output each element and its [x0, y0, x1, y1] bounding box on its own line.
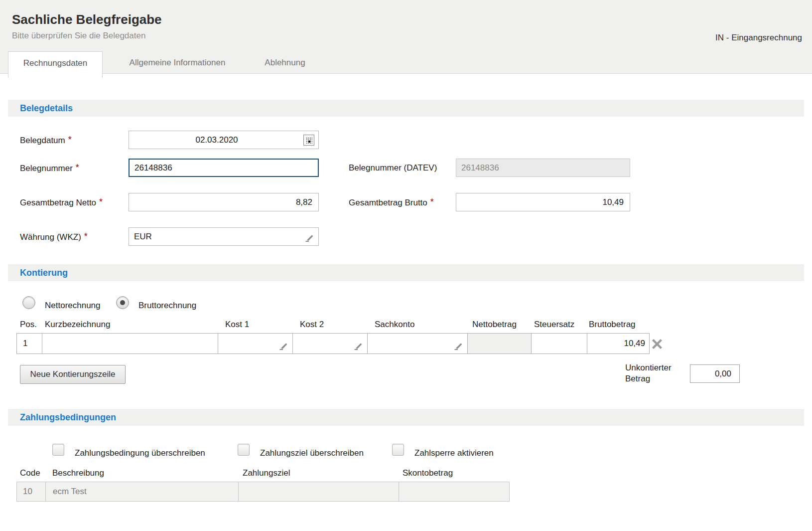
- zahlungsbedingung-ueberschreiben-label[interactable]: Zahlungsbedingung überschreiben: [75, 448, 205, 458]
- belegnummer-datev-label: Belegnummer (DATEV): [349, 163, 437, 173]
- delete-row-icon[interactable]: [651, 338, 664, 351]
- bruttobetrag-input[interactable]: [587, 334, 649, 354]
- section-kontierung: Kontierung: [8, 264, 804, 281]
- gesamtbetrag-brutto-label: Gesamtbetrag Brutto*: [349, 197, 434, 208]
- col-header-skontobetrag: Skontobetrag: [403, 468, 453, 478]
- nettobetrag-input: [468, 334, 531, 354]
- col-header-kost2: Kost 2: [300, 320, 324, 330]
- section-title-kontierung: Kontierung: [8, 264, 804, 281]
- pos-value: 1: [17, 334, 42, 354]
- invoice-approval-page: Sachliche Belegfreigabe Bitte überprüfen…: [0, 0, 812, 531]
- belegnummer-input[interactable]: [130, 160, 318, 176]
- kontierung-table-row: 1: [16, 333, 650, 354]
- steuersatz-input[interactable]: [532, 334, 587, 354]
- kurzbezeichnung-input[interactable]: [42, 334, 218, 354]
- waehrung-label: Währung (WKZ)*: [20, 232, 88, 242]
- zahlsperre-aktivieren-label[interactable]: Zahlsperre aktivieren: [414, 448, 494, 458]
- belegnummer-field: [129, 159, 319, 177]
- section-belegdetails: Belegdetails: [8, 100, 804, 117]
- tab-ablehnung[interactable]: Ablehnung: [252, 52, 318, 74]
- cell-code: 10: [17, 482, 46, 501]
- col-header-code: Code: [20, 468, 40, 478]
- cell-skontobetrag: [399, 482, 509, 501]
- col-header-zahlungsziel: Zahlungsziel: [243, 468, 290, 478]
- zahlsperre-aktivieren-checkbox[interactable]: [392, 444, 404, 456]
- col-header-kurzbezeichnung: Kurzbezeichnung: [45, 320, 110, 330]
- unkontierter-betrag-field: [690, 364, 740, 383]
- unkontierter-betrag-input: [690, 365, 739, 382]
- value-help-pencil-icon[interactable]: [354, 342, 363, 351]
- cell-beschreibung: ecm Test: [46, 482, 239, 501]
- gesamtbetrag-brutto-input[interactable]: [456, 193, 630, 211]
- gesamtbetrag-netto-field: [129, 193, 319, 211]
- cell-bruttobetrag: [587, 334, 649, 354]
- col-header-sachkonto: Sachkonto: [375, 320, 414, 330]
- waehrung-input[interactable]: [129, 228, 318, 245]
- value-help-pencil-icon[interactable]: [305, 234, 314, 242]
- belegdatum-input[interactable]: [129, 131, 318, 149]
- bruttorechnung-radio[interactable]: [116, 296, 129, 309]
- required-asterisk: *: [68, 135, 72, 145]
- zahlungsziel-ueberschreiben-label[interactable]: Zahlungsziel überschreiben: [260, 448, 364, 458]
- col-header-nettobetrag: Nettobetrag: [472, 320, 517, 330]
- cell-kurzbezeichnung: [42, 334, 218, 354]
- belegnummer-datev-field: [456, 159, 630, 177]
- bruttorechnung-radio-label[interactable]: Bruttorechnung: [138, 301, 196, 311]
- calendar-icon[interactable]: [303, 135, 314, 146]
- belegnummer-label: Belegnummer*: [20, 163, 79, 174]
- tab-rechnungsdaten[interactable]: Rechnungsdaten: [8, 51, 103, 78]
- new-kontierung-row-button[interactable]: Neue Kontierungszeile: [20, 365, 126, 384]
- value-help-pencil-icon[interactable]: [279, 342, 288, 351]
- tab-allgemeine-informationen[interactable]: Allgemeine Informationen: [103, 52, 252, 74]
- zahlungsbedingung-ueberschreiben-checkbox[interactable]: [52, 444, 64, 456]
- required-asterisk: *: [430, 197, 434, 207]
- cell-nettobetrag: [468, 334, 532, 354]
- required-asterisk: *: [76, 163, 79, 173]
- page-title: Sachliche Belegfreigabe: [12, 12, 162, 27]
- required-asterisk: *: [84, 231, 88, 241]
- belegdatum-field: [129, 131, 319, 149]
- document-type-label: IN - Eingangsrechnung: [715, 33, 802, 43]
- cell-steuersatz: [532, 334, 587, 354]
- section-zahlungsbedingungen: Zahlungsbedingungen: [8, 409, 804, 426]
- col-header-steuersatz: Steuersatz: [534, 320, 574, 330]
- waehrung-field: [129, 227, 319, 246]
- page-subtitle: Bitte überprüfen Sie die Belegdaten: [12, 31, 145, 41]
- cell-kost1: [218, 334, 293, 354]
- col-header-beschreibung: Beschreibung: [52, 468, 104, 478]
- belegnummer-datev-input: [456, 159, 630, 177]
- belegdatum-label: Belegdatum*: [20, 135, 72, 146]
- gesamtbetrag-netto-input[interactable]: [129, 193, 318, 211]
- cell-sachkonto: [368, 334, 468, 354]
- gesamtbetrag-brutto-field: [456, 193, 630, 211]
- value-help-pencil-icon[interactable]: [454, 342, 463, 351]
- unkontierter-betrag-label: Unkontierter Betrag: [625, 362, 685, 384]
- section-title-belegdetails: Belegdetails: [8, 100, 804, 117]
- nettorechnung-radio-label[interactable]: Nettorechnung: [45, 301, 101, 311]
- nettorechnung-radio[interactable]: [22, 296, 35, 309]
- col-header-kost1: Kost 1: [225, 320, 249, 330]
- col-header-pos: Pos.: [20, 320, 37, 330]
- payment-terms-row: 10 ecm Test: [16, 482, 510, 502]
- zahlungsziel-ueberschreiben-checkbox[interactable]: [238, 444, 250, 456]
- col-header-bruttobetrag: Bruttobetrag: [589, 320, 636, 330]
- section-title-zahlungsbedingungen: Zahlungsbedingungen: [8, 409, 804, 426]
- cell-zahlungsziel: [239, 482, 399, 501]
- sachkonto-input[interactable]: [368, 334, 467, 354]
- gesamtbetrag-netto-label: Gesamtbetrag Netto*: [20, 197, 103, 208]
- cell-kost2: [293, 334, 368, 354]
- required-asterisk: *: [99, 197, 103, 207]
- cell-pos: 1: [17, 334, 42, 354]
